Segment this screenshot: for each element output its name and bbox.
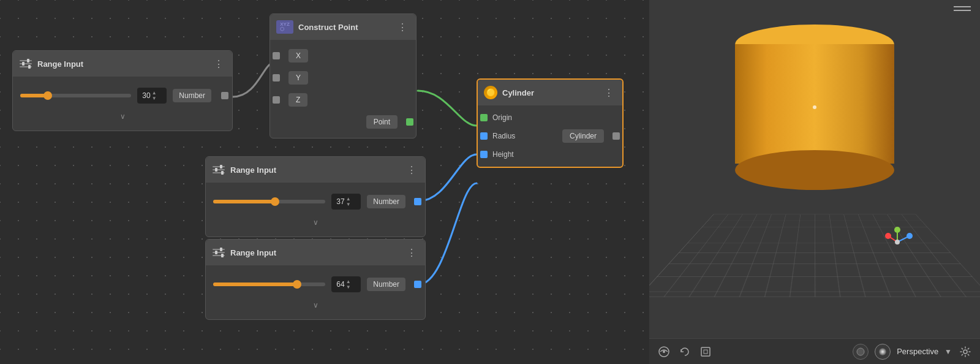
settings-icon[interactable] [958, 344, 973, 359]
svg-rect-17 [221, 254, 224, 257]
svg-point-31 [879, 348, 886, 355]
y-input-socket[interactable] [273, 74, 280, 82]
svg-rect-29 [704, 350, 707, 354]
range-input-menu-1[interactable]: ⋮ [211, 58, 226, 70]
cylinder-output-socket[interactable] [612, 132, 620, 140]
shading-rendered-btn[interactable] [875, 344, 891, 360]
construct-point-body: X Y Z Point [270, 40, 416, 138]
slider-thumb-2[interactable] [271, 197, 279, 206]
svg-rect-0 [20, 60, 32, 61]
node-editor: Range Input ⋮ 30 ▲▼ Number ∨ [0, 0, 649, 364]
value-spinner-3[interactable]: ▲▼ [346, 279, 351, 290]
gizmo-svg [882, 227, 913, 257]
svg-point-22 [885, 233, 891, 239]
chevron-3[interactable]: ∨ [206, 298, 425, 314]
svg-point-32 [963, 350, 967, 354]
cylinder-menu[interactable]: ⋮ [601, 87, 616, 99]
value-box-3[interactable]: 64 ▲▼ [331, 276, 361, 292]
value-box-2[interactable]: 37 ▲▼ [331, 194, 361, 210]
orbit-icon[interactable] [657, 344, 671, 359]
point-output-socket[interactable] [406, 118, 413, 126]
chevron-2[interactable]: ∨ [206, 216, 425, 232]
output-socket-3[interactable] [414, 281, 421, 288]
viewport-header [954, 6, 971, 11]
value-spinner-1[interactable]: ▲▼ [152, 90, 157, 101]
svg-rect-18 [649, 214, 980, 297]
construct-point-node: XYZ⬡ Construct Point ⋮ X Y [270, 13, 417, 138]
x-input-socket[interactable] [273, 52, 280, 59]
height-input-socket[interactable] [480, 151, 488, 158]
output-socket-2[interactable] [414, 198, 421, 205]
viewport-toolbar: Perspective ▼ [649, 338, 980, 364]
perspective-dropdown[interactable]: ▼ [944, 347, 952, 356]
svg-rect-28 [701, 347, 710, 356]
value-spinner-2[interactable]: ▲▼ [346, 196, 351, 207]
svg-rect-16 [215, 251, 217, 254]
slider-track-2[interactable] [213, 200, 325, 203]
slider-track-1[interactable] [20, 94, 131, 97]
value-box-1[interactable]: 30 ▲▼ [137, 88, 167, 104]
svg-rect-4 [22, 62, 24, 66]
range-body-3: 64 ▲▼ Number [206, 270, 425, 298]
output-socket-1[interactable] [221, 92, 228, 99]
construct-y-row: Y [270, 67, 416, 89]
refresh-icon[interactable] [677, 344, 692, 359]
svg-rect-11 [221, 171, 224, 175]
height-row: Height [478, 147, 622, 162]
slider-thumb-1[interactable] [43, 91, 52, 100]
construct-point-menu[interactable]: ⋮ [395, 21, 410, 33]
cylinder-body [735, 44, 894, 164]
point-output-btn[interactable]: Point [366, 115, 398, 129]
range-input-header-1: Range Input ⋮ [13, 51, 232, 77]
construct-point-header: XYZ⬡ Construct Point ⋮ [270, 14, 416, 40]
x-button[interactable]: X [288, 49, 308, 63]
svg-point-30 [857, 348, 864, 355]
cylinder-output-btn[interactable]: Cylinder [562, 129, 604, 143]
grid-svg [649, 214, 980, 297]
frame-icon[interactable] [698, 344, 713, 359]
value-2: 37 [336, 197, 344, 206]
svg-rect-13 [213, 252, 225, 253]
construct-point-title: Construct Point [298, 23, 390, 32]
slider-thumb-3[interactable] [293, 280, 301, 289]
svg-point-20 [907, 233, 913, 239]
svg-point-25 [895, 240, 900, 245]
cylinder-title: Cylinder [502, 88, 597, 97]
grid-floor [649, 214, 980, 297]
xyz-label: XYZ⬡ [280, 22, 290, 32]
output-label-2: Number [367, 195, 405, 208]
origin-input-socket[interactable] [480, 114, 488, 121]
slider-track-3[interactable] [213, 282, 325, 286]
radius-input-socket[interactable] [480, 132, 488, 140]
z-input-socket[interactable] [273, 96, 280, 104]
range-body-1: 30 ▲▼ Number [13, 82, 232, 110]
chevron-1[interactable]: ∨ [13, 110, 232, 126]
construct-x-row: X [270, 45, 416, 67]
output-label-3: Number [367, 278, 405, 291]
range-input-header-2: Range Input ⋮ [206, 157, 425, 183]
perspective-label[interactable]: Perspective [897, 347, 938, 356]
output-label-1: Number [173, 89, 211, 102]
height-label: Height [492, 150, 514, 159]
range-input-menu-3[interactable]: ⋮ [404, 247, 419, 259]
y-button[interactable]: Y [288, 71, 308, 85]
range-input-icon-2 [212, 163, 225, 176]
slider-fill-2 [213, 200, 275, 203]
range-input-body-2: 37 ▲▼ Number ∨ [206, 183, 425, 237]
construct-z-row: Z [270, 89, 416, 111]
shading-solid-btn[interactable] [853, 344, 869, 360]
hamburger-line-2 [954, 10, 971, 11]
slider-fill-3 [213, 282, 297, 286]
point-output-row: Point [270, 111, 416, 133]
svg-rect-5 [28, 65, 31, 69]
range-input-body-1: 30 ▲▼ Number ∨ [13, 77, 232, 131]
value-3: 64 [336, 280, 344, 289]
svg-point-24 [894, 227, 900, 233]
range-input-menu-2[interactable]: ⋮ [404, 164, 419, 176]
hamburger-menu[interactable] [954, 6, 971, 11]
range-input-node-2: Range Input ⋮ 37 ▲▼ Number ∨ [205, 156, 426, 237]
svg-rect-9 [220, 165, 222, 169]
z-button[interactable]: Z [288, 93, 307, 107]
svg-rect-15 [220, 248, 222, 251]
range-input-node-3: Range Input ⋮ 64 ▲▼ Number ∨ [205, 239, 426, 320]
